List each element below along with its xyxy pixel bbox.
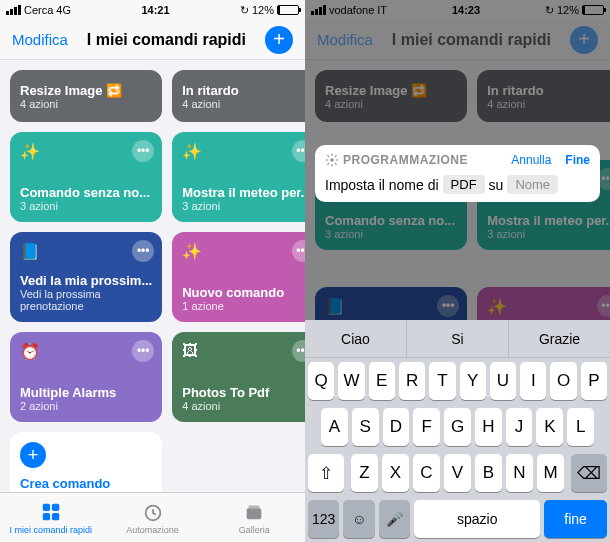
done-button[interactable]: Fine [565, 153, 590, 167]
cancel-button[interactable]: Annulla [511, 153, 551, 167]
shortcuts-grid: Resize Image 🔁4 azioniIn ritardo4 azioni… [0, 60, 305, 492]
key-e[interactable]: E [369, 362, 395, 400]
key-k[interactable]: K [536, 408, 563, 446]
key-n[interactable]: N [506, 454, 533, 492]
shortcut-card[interactable]: In ritardo4 azioni [172, 70, 305, 122]
key-x[interactable]: X [382, 454, 409, 492]
page-title: I miei comandi rapidi [87, 31, 246, 49]
name-input[interactable]: Nome [507, 175, 558, 194]
edit-button[interactable]: Modifica [12, 31, 68, 48]
action-sheet: PROGRAMMAZIONE Annulla Fine Imposta il n… [315, 145, 600, 202]
suggestion[interactable]: Ciao [305, 320, 407, 357]
card-title: Comando senza no... [20, 185, 152, 200]
shift-key[interactable]: ⇧ [308, 454, 344, 492]
suggestion-bar: Ciao Si Grazie [305, 320, 610, 358]
shortcut-card[interactable]: ✨•••Mostra il meteo per...3 azioni [172, 132, 305, 222]
card-title: In ritardo [182, 83, 305, 98]
more-icon[interactable]: ••• [132, 340, 154, 362]
card-title: Vedi la mia prossim... [20, 273, 152, 288]
key-h[interactable]: H [475, 408, 502, 446]
key-t[interactable]: T [429, 362, 455, 400]
card-subtitle: Vedi la prossima prenotazione [20, 288, 152, 312]
nav-bar: Modifica I miei comandi rapidi + [0, 20, 305, 60]
card-subtitle: 4 azioni [182, 400, 305, 412]
space-key[interactable]: spazio [414, 500, 540, 538]
signal-icon [6, 5, 21, 15]
card-subtitle: 2 azioni [20, 400, 152, 412]
key-o[interactable]: O [550, 362, 576, 400]
create-shortcut-button[interactable]: +Crea comando rapido [10, 432, 162, 492]
key-d[interactable]: D [383, 408, 410, 446]
more-icon[interactable]: ••• [292, 240, 305, 262]
card-title: Photos To Pdf [182, 385, 305, 400]
card-title: Mostra il meteo per... [182, 185, 305, 200]
card-subtitle: 1 azione [182, 300, 305, 312]
more-icon[interactable]: ••• [292, 140, 305, 162]
file-token[interactable]: PDF [443, 175, 485, 194]
key-y[interactable]: Y [460, 362, 486, 400]
more-icon[interactable]: ••• [292, 340, 305, 362]
plus-icon: + [20, 442, 46, 468]
key-v[interactable]: V [444, 454, 471, 492]
card-subtitle: 3 azioni [182, 200, 305, 212]
key-u[interactable]: U [490, 362, 516, 400]
shortcut-card[interactable]: 📘•••Vedi la mia prossim...Vedi la prossi… [10, 232, 162, 322]
key-i[interactable]: I [520, 362, 546, 400]
key-r[interactable]: R [399, 362, 425, 400]
return-key[interactable]: fine [544, 500, 607, 538]
time-label: 14:21 [141, 4, 169, 16]
key-a[interactable]: A [321, 408, 348, 446]
key-q[interactable]: Q [308, 362, 334, 400]
delete-key[interactable]: ⌫ [571, 454, 607, 492]
phone-right: vodafone IT 14:23 ↻ 12% Modifica I miei … [305, 0, 610, 542]
shortcut-card[interactable]: ✨•••Comando senza no...3 azioni [10, 132, 162, 222]
shortcut-card[interactable]: ⏰•••Multiple Alarms2 azioni [10, 332, 162, 422]
key-s[interactable]: S [352, 408, 379, 446]
grid-icon [40, 501, 62, 523]
battery-icon [277, 5, 299, 15]
key-j[interactable]: J [506, 408, 533, 446]
key-z[interactable]: Z [351, 454, 378, 492]
key-m[interactable]: M [537, 454, 564, 492]
key-f[interactable]: F [413, 408, 440, 446]
battery-label: 12% [252, 4, 274, 16]
search-label: Cerca [24, 4, 53, 16]
key-g[interactable]: G [444, 408, 471, 446]
key-b[interactable]: B [475, 454, 502, 492]
sheet-category-label: PROGRAMMAZIONE [325, 153, 468, 167]
gear-icon [325, 153, 339, 167]
shortcut-card[interactable]: Resize Image 🔁4 azioni [10, 70, 162, 122]
card-title: Resize Image 🔁 [20, 83, 152, 98]
status-bar: Cerca 4G 14:21 ↻ 12% [0, 0, 305, 20]
suggestion[interactable]: Grazie [509, 320, 610, 357]
more-icon[interactable]: ••• [132, 140, 154, 162]
key-p[interactable]: P [581, 362, 607, 400]
tab-gallery[interactable]: Galleria [203, 493, 305, 542]
mic-key[interactable]: 🎤 [379, 500, 410, 538]
card-title: Multiple Alarms [20, 385, 152, 400]
svg-rect-2 [43, 512, 50, 519]
emoji-key[interactable]: ☺ [343, 500, 374, 538]
key-c[interactable]: C [413, 454, 440, 492]
svg-point-7 [330, 158, 334, 162]
phone-left: Cerca 4G 14:21 ↻ 12% Modifica I miei com… [0, 0, 305, 542]
shortcut-card[interactable]: ✨•••Nuovo comando1 azione [172, 232, 305, 322]
more-icon[interactable]: ••• [132, 240, 154, 262]
tab-bar: I miei comandi rapidi Automazione Galler… [0, 492, 305, 542]
clock-icon [142, 501, 164, 523]
tab-shortcuts[interactable]: I miei comandi rapidi [0, 493, 102, 542]
tab-automation[interactable]: Automazione [102, 493, 204, 542]
card-subtitle: 4 azioni [20, 98, 152, 110]
card-subtitle: 4 azioni [182, 98, 305, 110]
suggestion[interactable]: Si [407, 320, 509, 357]
action-body: Imposta il nome di PDF su Nome [325, 175, 590, 194]
numbers-key[interactable]: 123 [308, 500, 339, 538]
card-subtitle: 3 azioni [20, 200, 152, 212]
card-title: Nuovo comando [182, 285, 305, 300]
key-w[interactable]: W [338, 362, 364, 400]
shortcut-card[interactable]: 🖼•••Photos To Pdf4 azioni [172, 332, 305, 422]
key-l[interactable]: L [567, 408, 594, 446]
svg-rect-5 [247, 508, 262, 519]
svg-rect-1 [52, 503, 59, 510]
add-button[interactable]: + [265, 26, 293, 54]
